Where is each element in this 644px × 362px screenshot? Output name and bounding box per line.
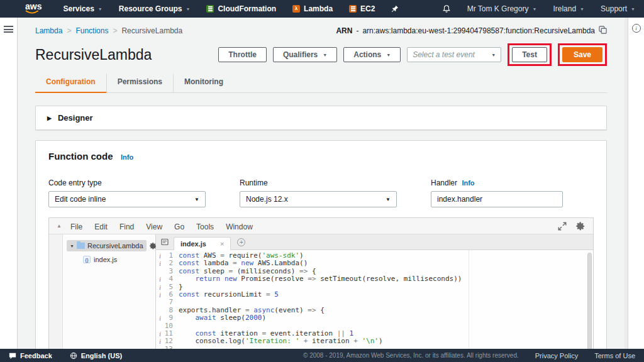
tab-list-icon[interactable] — [161, 238, 169, 246]
fullscreen-icon[interactable] — [558, 222, 567, 231]
save-button[interactable]: Save — [562, 47, 602, 62]
hamburger-menu-icon[interactable] — [4, 26, 13, 33]
function-header: RecursiveLambda Throttle Qualifiers▼ Act… — [35, 43, 607, 66]
gutter-cell: i5 — [156, 283, 179, 291]
chevron-down-icon: ▼ — [631, 7, 635, 11]
line-number: 2 — [164, 260, 179, 267]
lint-info-icon[interactable]: i — [156, 291, 164, 299]
copy-arn-icon[interactable] — [599, 26, 607, 36]
code-text: await sleep(2000) — [179, 314, 266, 322]
breadcrumb-functions[interactable]: Functions — [75, 26, 108, 35]
breadcrumb-separator: > — [113, 26, 117, 35]
menu-item-file[interactable]: File — [70, 222, 82, 231]
privacy-policy-link[interactable]: Privacy Policy — [535, 352, 578, 359]
tree-file-indexjs[interactable]: {} index.js — [63, 256, 155, 263]
code-line[interactable]: 13 — [156, 346, 593, 349]
gutter-cell: i4 — [156, 275, 179, 283]
actions-dropdown[interactable]: Actions▼ — [343, 47, 401, 62]
gutter-spacer — [156, 307, 164, 314]
editor-menubar-items: FileEditFindViewGoToolsWindow — [70, 221, 265, 232]
menu-item-edit[interactable]: Edit — [94, 222, 108, 231]
menu-item-view[interactable]: View — [146, 222, 162, 231]
lint-info-icon[interactable]: i — [156, 337, 164, 345]
nav-account-menu[interactable]: Mr Tom K Gregory▼ — [467, 4, 537, 13]
main-content: Lambda>Functions>RecursiveLambda ARN - a… — [18, 18, 625, 349]
pin-icon[interactable] — [391, 5, 399, 13]
language-selector[interactable]: English (US) — [70, 352, 122, 359]
nav-cloudformation-label: CloudFormation — [218, 4, 276, 13]
qualifiers-dropdown[interactable]: Qualifiers▼ — [273, 47, 337, 62]
breadcrumb-row: Lambda>Functions>RecursiveLambda ARN - a… — [35, 18, 607, 38]
function-code-info-link[interactable]: Info — [121, 153, 133, 161]
collapse-editor-icon[interactable]: ▲ — [57, 223, 62, 229]
help-info-icon[interactable]: i — [632, 24, 641, 33]
terms-of-use-link[interactable]: Terms of Use — [594, 352, 635, 359]
tab-permissions[interactable]: Permissions — [106, 74, 173, 93]
close-tab-icon[interactable]: × — [220, 240, 224, 248]
tree-folder-recursivelambda[interactable]: ▼ RecursiveLambda — [67, 240, 147, 251]
lint-info-icon[interactable]: i — [156, 314, 164, 322]
notifications-bell-icon[interactable] — [442, 4, 451, 13]
breadcrumb-lambda[interactable]: Lambda — [35, 26, 62, 35]
handler-info-link[interactable]: Info — [462, 179, 474, 187]
code-line[interactable]: i9 await sleep(2000) — [156, 314, 593, 322]
function-arn: ARN - arn:aws:lambda:eu-west-1:299404798… — [336, 26, 607, 36]
nav-region-menu[interactable]: Ireland▼ — [553, 4, 584, 13]
throttle-label: Throttle — [228, 50, 257, 59]
test-button[interactable]: Test — [512, 47, 547, 62]
handler-input[interactable] — [431, 191, 563, 207]
tab-monitoring[interactable]: Monitoring — [173, 74, 234, 93]
throttle-button[interactable]: Throttle — [218, 47, 267, 62]
nav-shortcut-ec2[interactable]: EC2 — [349, 4, 375, 13]
tree-folder-label: RecursiveLambda — [87, 242, 143, 250]
code-line[interactable]: i6const recursionLimit = 5 — [156, 291, 593, 299]
ec2-icon — [349, 5, 357, 13]
gutter-cell: i6 — [156, 291, 179, 299]
line-number: 12 — [164, 337, 179, 345]
environment-label: Environment — [52, 239, 59, 349]
nav-resource-groups[interactable]: Resource Groups▼ — [119, 4, 191, 13]
designer-section-toggle[interactable]: ▶ Designer — [35, 106, 607, 130]
nav-support-menu[interactable]: Support▼ — [601, 4, 635, 13]
chevron-down-icon: ▼ — [323, 53, 327, 57]
code-line[interactable]: i4 return new Promise(resolve => setTime… — [156, 275, 593, 283]
lint-info-icon[interactable]: i — [156, 275, 164, 283]
editor-vertical-scrollbar[interactable] — [587, 253, 592, 349]
chevron-down-icon: ▼ — [98, 7, 103, 11]
arn-label: ARN — [336, 26, 352, 35]
gutter-cell: 3 — [156, 268, 179, 275]
menu-item-find[interactable]: Find — [119, 222, 134, 231]
menu-item-tools[interactable]: Tools — [196, 222, 214, 231]
code-text: return new Promise(resolve => setTimeout… — [179, 275, 462, 283]
environment-strip[interactable]: Environment — [49, 234, 63, 349]
nav-shortcut-lambda[interactable]: λ Lambda — [292, 4, 333, 13]
code-area[interactable]: i1const AWS = require('aws-sdk')i2const … — [156, 250, 593, 349]
new-tab-icon[interactable]: + — [237, 238, 245, 246]
lint-info-icon[interactable]: i — [156, 283, 164, 291]
aws-logo[interactable]: aws — [25, 3, 42, 14]
editor-tab-indexjs[interactable]: index.js × — [174, 237, 231, 250]
feedback-button[interactable]: Feedback — [9, 352, 52, 359]
language-label: English (US) — [81, 352, 122, 359]
nav-services[interactable]: Services▼ — [63, 4, 102, 13]
top-nav-right: Mr Tom K Gregory▼ Ireland▼ Support▼ — [442, 4, 635, 13]
editor-settings-gear-icon[interactable] — [575, 221, 586, 231]
gutter-cell: i1 — [156, 252, 179, 260]
code-entry-type-select[interactable]: Edit code inline▼ — [48, 191, 206, 207]
chevron-down-icon: ▼ — [194, 197, 199, 202]
lint-info-icon[interactable]: i — [156, 260, 164, 267]
tab-configuration[interactable]: Configuration — [35, 74, 106, 93]
code-column: index.js × + i1const AWS = require('aws-… — [156, 234, 593, 349]
lint-info-icon[interactable]: i — [156, 252, 164, 260]
aws-console-screen: aws Services▼ Resource Groups▼ CloudForm… — [0, 0, 644, 362]
test-event-select[interactable]: Select a test event▼ — [407, 47, 501, 62]
chevron-down-icon: ▼ — [580, 7, 584, 11]
handler-field: Handler Info — [431, 178, 594, 207]
code-line[interactable]: i12 console.log('Iteration: ' + iteratio… — [156, 337, 593, 345]
editor-tab-label: index.js — [180, 240, 206, 248]
menu-item-window[interactable]: Window — [226, 222, 253, 231]
runtime-select[interactable]: Node.js 12.x▼ — [240, 191, 397, 207]
lint-info-icon[interactable]: i — [156, 330, 164, 337]
nav-shortcut-cloudformation[interactable]: CloudFormation — [206, 4, 276, 13]
menu-item-go[interactable]: Go — [174, 222, 184, 231]
